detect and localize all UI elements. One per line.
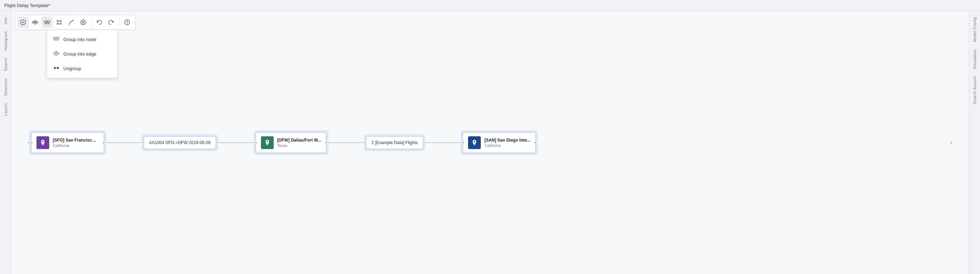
node-sfo-port-right bbox=[102, 141, 105, 145]
svg-point-6 bbox=[34, 23, 36, 24]
ungroup-icon bbox=[53, 65, 60, 72]
menu-item-ungroup-label: Ungroup bbox=[64, 66, 81, 71]
sidebar-item-search[interactable]: Search bbox=[2, 55, 9, 74]
svg-point-34 bbox=[54, 40, 55, 40]
node-san-port-right bbox=[533, 141, 537, 145]
svg-point-42 bbox=[57, 67, 59, 69]
node-flight1[interactable]: AA1004 SFO->DFW 2018-06-09 bbox=[144, 136, 216, 149]
connector-4 bbox=[425, 142, 461, 143]
sidebar-item-histogram[interactable]: Histogram bbox=[2, 28, 9, 53]
svg-rect-28 bbox=[54, 37, 56, 39]
svg-text:?: ? bbox=[126, 21, 128, 25]
node-dfw[interactable]: [DFW] Dallas/Fort W... Texas bbox=[256, 132, 327, 153]
svg-point-40 bbox=[56, 54, 57, 56]
node-flights-data-label: 2 [Example Data] Flights bbox=[371, 140, 418, 145]
sidebar-item-info[interactable]: Info bbox=[2, 14, 9, 27]
sidebar-item-layers[interactable]: Layers bbox=[2, 100, 9, 119]
svg-rect-7 bbox=[44, 21, 47, 23]
graph-canvas: ? Group into node bbox=[11, 11, 969, 274]
node-san-wrap: [SAN] San Diego Inte... California bbox=[461, 130, 538, 155]
svg-point-14 bbox=[48, 23, 49, 24]
node-san[interactable]: [SAN] San Diego Inte... California bbox=[463, 132, 536, 153]
sidebar-item-selection[interactable]: Selection bbox=[2, 75, 9, 99]
node-dfw-port-left bbox=[254, 141, 258, 145]
brush-button[interactable] bbox=[65, 17, 77, 28]
title-menu[interactable]: ... bbox=[53, 3, 57, 8]
node-sfo[interactable]: [SFO] San Francisco ... California bbox=[31, 132, 104, 153]
split-button[interactable] bbox=[54, 17, 65, 28]
toolbar-divider-2 bbox=[119, 18, 119, 27]
node-flight1-wrap: AA1004 SFO->DFW 2018-06-09 bbox=[142, 134, 218, 151]
node-sfo-wrap: [SFO] San Francisco ... California bbox=[29, 130, 106, 155]
node-dfw-port-right bbox=[324, 141, 328, 145]
node-flights-data[interactable]: 2 [Example Data] Flights bbox=[366, 136, 423, 149]
svg-point-36 bbox=[54, 53, 56, 54]
sidebar-item-search-around[interactable]: Search Around bbox=[971, 73, 978, 107]
sidebar-item-simulation[interactable]: Simulation bbox=[971, 46, 978, 72]
node-dfw-info: [DFW] Dallas/Fort W... Texas bbox=[277, 138, 321, 148]
svg-point-37 bbox=[57, 53, 59, 54]
node-dfw-wrap: [DFW] Dallas/Fort W... Texas bbox=[253, 130, 329, 155]
select-button[interactable] bbox=[18, 17, 29, 28]
help-button[interactable]: ? bbox=[121, 17, 133, 28]
connect-button[interactable] bbox=[29, 17, 41, 28]
menu-item-group-node-label: Group into node bbox=[64, 37, 96, 42]
connector-1 bbox=[106, 142, 142, 143]
svg-point-1 bbox=[22, 22, 24, 23]
toolbar: ? bbox=[15, 15, 135, 30]
node-dfw-title: [DFW] Dallas/Fort W... bbox=[277, 138, 321, 143]
node-san-subtitle: California bbox=[484, 143, 530, 148]
node-flight1-label: AA1004 SFO->DFW 2018-06-09 bbox=[149, 140, 211, 145]
connector-3 bbox=[329, 142, 364, 143]
node-dfw-subtitle: Texas bbox=[277, 143, 321, 148]
page-title: Flight Delay Template* bbox=[4, 3, 50, 8]
svg-rect-8 bbox=[48, 21, 50, 23]
svg-point-39 bbox=[56, 51, 57, 53]
menu-item-ungroup[interactable]: Ungroup bbox=[47, 61, 117, 76]
node-sfo-title: [SFO] San Francisco ... bbox=[53, 138, 99, 143]
node-sfo-info: [SFO] San Francisco ... California bbox=[53, 138, 99, 148]
svg-point-16 bbox=[60, 20, 61, 22]
node-flights-data-wrap: 2 [Example Data] Flights bbox=[364, 134, 425, 151]
node-san-title: [SAN] San Diego Inte... bbox=[484, 138, 530, 143]
svg-point-41 bbox=[54, 67, 56, 69]
left-sidebar: Info Histogram Search Selection Layers bbox=[0, 11, 11, 274]
connector-2 bbox=[218, 142, 253, 143]
group-button[interactable] bbox=[41, 17, 53, 28]
svg-point-35 bbox=[57, 40, 58, 40]
menu-item-group-node[interactable]: Group into node bbox=[47, 32, 117, 47]
svg-point-15 bbox=[57, 20, 59, 22]
node-flights-data-port-right bbox=[949, 141, 953, 145]
sidebar-item-model-config[interactable]: Model Config bbox=[971, 14, 978, 45]
svg-rect-29 bbox=[57, 37, 59, 39]
node-sfo-icon bbox=[37, 136, 49, 149]
node-san-icon bbox=[468, 136, 481, 149]
svg-point-2 bbox=[33, 22, 34, 23]
graph-flow: [SFO] San Francisco ... California AA100… bbox=[29, 130, 951, 155]
toolbar-divider bbox=[91, 18, 91, 27]
menu-item-group-edge-label: Group into edge bbox=[64, 51, 96, 57]
node-sfo-subtitle: California bbox=[53, 143, 99, 148]
close-button[interactable] bbox=[78, 17, 89, 28]
svg-point-13 bbox=[45, 23, 46, 24]
node-san-info: [SAN] San Diego Inte... California bbox=[484, 138, 530, 148]
title-bar: Flight Delay Template* ... bbox=[0, 0, 980, 11]
svg-point-3 bbox=[36, 22, 38, 23]
node-san-port-left bbox=[461, 141, 465, 145]
svg-point-18 bbox=[60, 23, 61, 24]
menu-item-group-edge[interactable]: Group into edge bbox=[47, 47, 117, 61]
node-flights-data-port-left bbox=[27, 141, 31, 145]
svg-point-5 bbox=[34, 20, 36, 22]
group-edge-icon bbox=[53, 50, 60, 58]
svg-point-17 bbox=[57, 23, 59, 24]
dropdown-menu: Group into node Group into edge bbox=[47, 30, 118, 78]
right-sidebar: Model Config Simulation Search Around bbox=[969, 11, 980, 274]
undo-button[interactable] bbox=[94, 17, 105, 28]
group-node-icon bbox=[53, 36, 60, 43]
node-dfw-icon bbox=[261, 136, 274, 149]
redo-button[interactable] bbox=[105, 17, 117, 28]
